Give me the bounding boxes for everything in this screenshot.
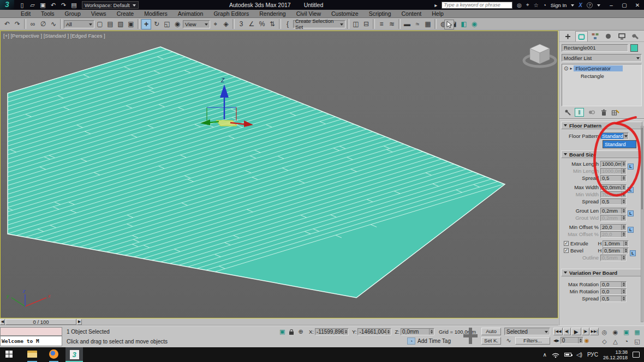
- spinner-down-icon[interactable]: [623, 218, 625, 221]
- zoom-icon[interactable]: ◎: [599, 328, 610, 336]
- a360-icon[interactable]: X: [579, 2, 582, 8]
- save-file-icon[interactable]: ▣: [39, 2, 46, 9]
- maxscript-listener-line[interactable]: Welcome to M: [0, 336, 62, 346]
- frame-step-icons[interactable]: ◀▶: [553, 339, 559, 343]
- rollout-board-size[interactable]: Board Size: [561, 150, 642, 158]
- tab-utilities[interactable]: [629, 31, 642, 41]
- battery-icon[interactable]: [564, 353, 571, 357]
- object-color-swatch[interactable]: [630, 44, 638, 52]
- select-and-scale-icon[interactable]: ◱: [162, 19, 172, 29]
- spinner[interactable]: [621, 255, 626, 261]
- spinner-down-icon[interactable]: [623, 178, 625, 181]
- min-rotation-field[interactable]: 0,0: [600, 288, 627, 295]
- file-explorer-icon[interactable]: [27, 351, 37, 358]
- unlink-selection-icon[interactable]: ∅: [38, 19, 48, 29]
- spinner-down-icon[interactable]: [625, 244, 627, 246]
- extrude-checkbox[interactable]: ✓: [564, 241, 569, 246]
- spinner-up-icon[interactable]: [625, 248, 627, 250]
- play-animation-button[interactable]: ▶: [571, 328, 581, 335]
- spinner-down-icon[interactable]: [623, 188, 625, 190]
- zoom-all-icon[interactable]: ◉: [610, 328, 621, 336]
- select-and-move-icon[interactable]: +: [141, 19, 151, 29]
- rollout-floor-pattern[interactable]: Floor Pattern: [561, 122, 642, 129]
- menu-rendering[interactable]: Rendering: [259, 10, 285, 17]
- stack-item-rectangle[interactable]: Rectangle: [562, 72, 641, 80]
- menu-create[interactable]: Create: [117, 10, 134, 17]
- extrude-field[interactable]: 1,0mm: [603, 240, 629, 247]
- viewport-label[interactable]: [+] [Perspective ] [Standard ] [Edged Fa…: [3, 33, 105, 39]
- menu-content[interactable]: Content: [401, 10, 421, 17]
- chevron-down-icon[interactable]: [623, 133, 628, 139]
- rectangular-selection-region-icon[interactable]: ▧: [116, 19, 126, 29]
- new-scene-icon[interactable]: ▯: [19, 2, 26, 9]
- menu-views[interactable]: Views: [91, 10, 106, 17]
- dropdown-option-standard[interactable]: Standard: [603, 141, 636, 148]
- chevron-down-icon[interactable]: [571, 4, 574, 8]
- auto-key-button[interactable]: Auto: [481, 328, 501, 335]
- menu-help[interactable]: Help: [432, 10, 444, 17]
- absolute-mode-transform-icon[interactable]: ⊕: [298, 328, 303, 335]
- use-pivot-point-center-icon[interactable]: ⌖: [211, 19, 220, 29]
- min-length-field[interactable]: 1000,0mm: [600, 168, 627, 174]
- select-and-rotate-icon[interactable]: ↻: [152, 19, 162, 29]
- zoom-extents-all-icon[interactable]: ▦: [632, 328, 642, 336]
- spinner-up-icon[interactable]: [623, 215, 625, 218]
- curve-editor-icon[interactable]: ≈: [413, 19, 422, 29]
- snaps-toggle-icon[interactable]: 3: [236, 19, 246, 29]
- toggle-layer-explorer-icon[interactable]: ≋: [387, 19, 397, 29]
- spinner[interactable]: [621, 168, 626, 174]
- current-frame-field[interactable]: 0: [560, 337, 583, 344]
- stack-item-floorgenerator[interactable]: ⊙ ▸ FloorGenerator: [562, 64, 641, 72]
- go-to-start-button[interactable]: |◀◀: [553, 328, 563, 335]
- spinner-down-icon[interactable]: [623, 258, 625, 261]
- menu-animation[interactable]: Animation: [178, 10, 204, 17]
- show-end-result-icon[interactable]: ‖: [575, 108, 584, 117]
- select-and-manipulate-icon[interactable]: ◈: [221, 19, 231, 29]
- view-cube[interactable]: [524, 44, 556, 67]
- spinner-up-icon[interactable]: [623, 255, 625, 257]
- spinner-down-icon[interactable]: [623, 285, 625, 287]
- window-crossing-toggle-icon[interactable]: ▣: [126, 19, 136, 29]
- selection-filter-dropdown[interactable]: All: [64, 20, 94, 28]
- next-frame-arrow[interactable]: ▶: [77, 319, 82, 325]
- spinner[interactable]: [623, 241, 628, 246]
- spinner-up-icon[interactable]: [623, 208, 625, 210]
- max-rotation-field[interactable]: 0,0: [600, 281, 627, 288]
- spinner-up-icon[interactable]: [623, 288, 625, 291]
- edit-named-selection-sets-icon[interactable]: {: [283, 19, 293, 29]
- spinner[interactable]: [621, 232, 626, 237]
- minimize-button[interactable]: –: [605, 0, 618, 10]
- close-button[interactable]: ✕: [631, 0, 644, 10]
- spinner[interactable]: [621, 225, 626, 230]
- y-coordinate-field[interactable]: -14661,004: [357, 328, 391, 335]
- mirror-icon[interactable]: ◫: [351, 19, 361, 29]
- time-slider[interactable]: ◀ 0 / 100 ▶: [0, 318, 558, 325]
- tab-display[interactable]: [616, 31, 628, 41]
- rollout-variation-per-board[interactable]: Variation Per Board: [561, 269, 642, 276]
- spinner-up-icon[interactable]: [623, 191, 625, 194]
- tab-hierarchy[interactable]: [589, 31, 601, 41]
- floor-pattern-dropdown[interactable]: Standard: [600, 132, 629, 140]
- spinner[interactable]: [621, 282, 626, 287]
- max-offset--field[interactable]: 20,0: [600, 231, 627, 238]
- modifier-visibility-icon[interactable]: ⊙: [564, 65, 568, 71]
- spinner[interactable]: [621, 161, 626, 167]
- redo-icon[interactable]: ↷: [13, 19, 22, 29]
- spinner-down-icon[interactable]: [623, 171, 625, 174]
- spinner-up-icon[interactable]: [623, 231, 625, 234]
- expand-arrow-icon[interactable]: ▸: [570, 66, 572, 71]
- spinner-up-icon[interactable]: [623, 161, 625, 164]
- help-search-input[interactable]: [442, 2, 512, 9]
- modifier-list-dropdown[interactable]: Modifier List: [562, 54, 642, 62]
- spinner-down-icon[interactable]: [623, 202, 625, 204]
- min-offset--field[interactable]: 20,0: [600, 224, 627, 231]
- named-selection-sets-dropdown[interactable]: Create Selection Set: [293, 20, 345, 28]
- spinner-up-icon[interactable]: [623, 224, 625, 227]
- start-button[interactable]: [5, 351, 13, 358]
- remove-modifier-icon[interactable]: [599, 108, 608, 117]
- set-key-button[interactable]: Set K.: [481, 337, 501, 345]
- undo-icon[interactable]: ↶: [2, 19, 12, 29]
- x-coordinate-field[interactable]: -11599,896: [315, 328, 349, 335]
- next-frame-button[interactable]: |▶: [582, 328, 589, 335]
- menu-group[interactable]: Group: [65, 10, 81, 17]
